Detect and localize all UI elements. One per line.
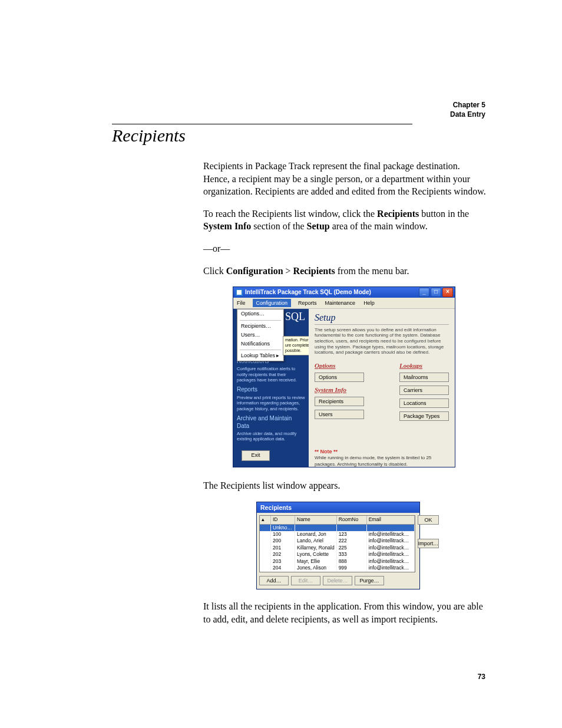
sysinfo-heading: System Info	[315, 386, 364, 394]
col-room[interactable]: RoomNo	[337, 516, 367, 523]
table-row[interactable]: 200Lando, Ariel222info@intellitrack…	[260, 538, 415, 544]
table-row[interactable]: Unkno…	[260, 525, 415, 531]
minimize-button[interactable]: _	[419, 288, 429, 297]
chapter-label: Chapter 5	[450, 100, 485, 110]
app-icon	[236, 289, 243, 296]
grid-header: ▴ ID Name RoomNo Email	[260, 516, 415, 524]
import-button[interactable]: Import…	[418, 539, 439, 548]
table-row[interactable]: 202Lyons, Colette333info@intellitrack…	[260, 551, 415, 558]
page-number: 73	[478, 673, 485, 681]
menu-separator	[240, 320, 281, 321]
running-header: Chapter 5 Data Entry	[450, 100, 485, 119]
mailrooms-button[interactable]: Mailrooms	[399, 373, 449, 382]
menu-reports[interactable]: Reports	[297, 299, 318, 307]
menuitem-options[interactable]: Options…	[237, 309, 283, 318]
lookups-heading: Lookups	[399, 361, 449, 370]
recipients-list-screenshot: Recipients ▴ ID Name RoomNo Email Unkno……	[256, 502, 420, 589]
side-panel: Pa SQL Options… Recipients… Users… Notif…	[233, 309, 309, 467]
list-titlebar: Recipients	[257, 502, 419, 513]
sort-icon[interactable]: ▴	[260, 516, 271, 523]
app-window-screenshot: IntelliTrack Package Track SQL (Demo Mod…	[233, 286, 455, 467]
menu-help[interactable]: Help	[362, 299, 376, 307]
result-paragraph: The Recipients list window appears.	[203, 479, 486, 492]
or-separator: —or—	[203, 242, 486, 255]
table-row[interactable]: 204Jones, Alison999info@intellitrack…	[260, 565, 415, 571]
table-row[interactable]: 100Leonard, Jon123info@intellitrack…	[260, 531, 415, 538]
side-text-notifications: Configure notification alerts to notify …	[237, 366, 305, 383]
maximize-button[interactable]: □	[431, 288, 441, 297]
instruction-paragraph-1: To reach the Recipients list window, cli…	[203, 207, 486, 233]
exit-button[interactable]: Exit	[242, 450, 270, 461]
note-text: While running in demo mode, the system i…	[315, 455, 449, 468]
menubar: File Configuration Reports Maintenance H…	[233, 298, 455, 309]
titlebar: IntelliTrack Package Track SQL (Demo Mod…	[233, 287, 455, 298]
recipients-grid[interactable]: ▴ ID Name RoomNo Email Unkno…100Leonard,…	[259, 515, 415, 572]
recipients-button[interactable]: Recipients	[315, 397, 364, 406]
setup-description: The setup screen allows you to define an…	[315, 327, 449, 355]
col-name[interactable]: Name	[295, 516, 337, 523]
configuration-dropdown: Options… Recipients… Users… Notification…	[237, 309, 284, 361]
col-id[interactable]: ID	[271, 516, 295, 523]
table-row[interactable]: 201Killarney, Ronald225info@intellitrack…	[260, 545, 415, 551]
delete-button[interactable]: Delete…	[323, 576, 352, 585]
section-rule	[112, 124, 412, 124]
add-button[interactable]: Add…	[259, 576, 289, 585]
options-button[interactable]: Options	[315, 373, 364, 382]
intro-paragraph: Recipients in Package Track represent th…	[203, 160, 486, 198]
edit-button[interactable]: Edit…	[291, 576, 320, 585]
side-head-archive: Archive and Maintain Data	[237, 415, 305, 430]
menuitem-lookup-tables[interactable]: Lookup Tables ▸	[237, 351, 283, 360]
menu-file[interactable]: File	[236, 299, 247, 307]
ok-button[interactable]: OK	[418, 515, 439, 525]
col-email[interactable]: Email	[367, 516, 415, 523]
menu-configuration[interactable]: Configuration	[253, 299, 292, 307]
side-text-archive: Archive older data, and modify existing …	[237, 431, 305, 442]
menuitem-notifications[interactable]: Notifications	[237, 340, 283, 348]
svg-rect-1	[237, 290, 242, 295]
list-description-paragraph: It lists all the recipients in the appli…	[203, 600, 486, 625]
side-text-reports: Preview and print reports to review info…	[237, 395, 305, 411]
instruction-paragraph-2: Click Configuration > Recipients from th…	[203, 265, 486, 278]
main-panel: Setup The setup screen allows you to def…	[309, 309, 455, 467]
users-button[interactable]: Users	[315, 410, 364, 419]
setup-title: Setup	[315, 311, 449, 325]
side-head-reports: Reports	[237, 386, 305, 394]
carriers-button[interactable]: Carriers	[399, 386, 449, 395]
section-title: Recipients	[112, 126, 485, 146]
table-row[interactable]: 203Mayr, Ellie888info@intellitrack…	[260, 558, 415, 565]
menuitem-users[interactable]: Users…	[237, 331, 283, 340]
section-label: Data Entry	[450, 110, 485, 119]
menu-separator	[240, 350, 281, 350]
window-title: IntelliTrack Package Track SQL (Demo Mod…	[245, 288, 371, 297]
close-button[interactable]: ×	[442, 288, 453, 297]
purge-button[interactable]: Purge…	[355, 576, 384, 585]
locations-button[interactable]: Locations	[399, 398, 449, 408]
note-heading: ** Note **	[315, 448, 449, 455]
package-types-button[interactable]: Package Types	[399, 411, 449, 421]
menuitem-recipients[interactable]: Recipients…	[237, 322, 283, 331]
menu-maintenance[interactable]: Maintenance	[324, 299, 357, 307]
options-heading: Options	[315, 361, 364, 370]
